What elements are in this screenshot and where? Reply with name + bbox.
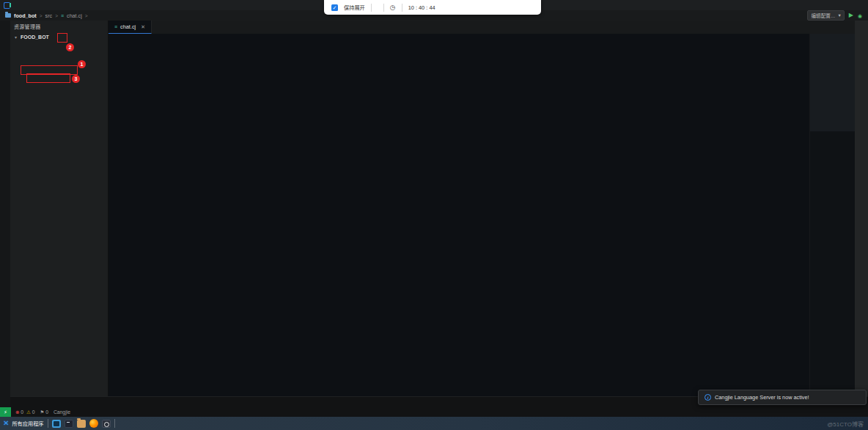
main-area: 资源管理器 ▾ FOOD_BOT 2 1 3 [0,21,868,407]
annotation-step-2: 2 [66,43,74,51]
file-manager-icon[interactable] [77,420,86,428]
annotation-step-1: 1 [78,60,86,68]
recorder-toolbar: ✓ 保持展开 ◷ 10 : 40 : 44 [324,0,541,15]
minimap-slider[interactable] [810,34,855,131]
start-menu-label: 所有应用程序 [12,420,43,427]
screenshot-tool-icon[interactable] [102,420,111,428]
breadcrumb-project[interactable]: food_bot [14,12,37,19]
annotation-box-chat [26,73,70,83]
terminal-app-icon[interactable] [52,420,61,428]
project-folder-icon [5,13,11,18]
run-config-dropdown[interactable]: 编辑配置… ▾ [807,10,844,21]
os-taskbar: ✕ 所有应用程序 @51CTO博客 [0,417,868,430]
run-controls: 编辑配置… ▾ ▶ ◉ [807,10,868,21]
run-config-label: 编辑配置… [811,12,835,19]
flag-icon: ⚑ [40,409,44,415]
divider [371,4,372,12]
activity-bar [0,21,10,407]
sidebar-header: 资源管理器 [10,21,108,32]
divider [48,419,48,428]
cj-file-icon: ≡ [61,13,64,18]
warning-icon: ⚠ [26,409,31,415]
tab-bar: ≡ chat.cj ✕ [108,21,855,34]
project-name: FOOD_BOT [21,34,49,40]
close-tab-icon[interactable]: ✕ [141,24,145,30]
keep-expanded-checkbox[interactable]: ✓ [331,4,338,11]
remote-indicator[interactable]: ⚡ [0,407,11,417]
watermark: @51CTO博客 [827,420,864,428]
debug-button[interactable]: ◉ [858,13,862,18]
chevron-down-icon: ▾ [838,12,840,18]
breadcrumb-file[interactable]: chat.cj [67,12,82,19]
firefox-icon[interactable] [89,419,98,428]
chevron-down-icon: ▾ [13,34,18,40]
editor-group: ≡ chat.cj ✕ [108,21,855,396]
start-menu-button[interactable]: ✕ 所有应用程序 [3,420,44,427]
divider [402,4,402,12]
annotation-step-3: 3 [72,75,80,83]
power-timer-icon[interactable]: ◷ [390,4,396,11]
error-icon: ⊗ [15,409,19,415]
project-section-header[interactable]: ▾ FOOD_BOT [10,32,108,42]
os-logo-icon: ✕ [3,420,9,427]
right-strip [855,21,868,396]
breadcrumb-folder[interactable]: src [45,12,53,19]
breadcrumb-separator: > [40,13,43,18]
notification-text: Cangjie Language Server is now active! [715,394,809,401]
divider [114,419,115,428]
notification-toast[interactable]: i Cangjie Language Server is now active! [698,390,867,405]
breadcrumb-separator: > [55,13,58,18]
code-editor[interactable] [108,34,855,396]
flag-status[interactable]: ⚑ 0 [40,409,48,415]
cangjie-status[interactable]: Cangjie [54,409,70,415]
sidebar-title: 资源管理器 [14,23,41,30]
divider [383,4,384,12]
recording-time: 10 : 40 : 44 [408,4,435,11]
run-button[interactable]: ▶ [849,12,853,18]
tab-label: chat.cj [120,23,136,30]
tab-chat-cj[interactable]: ≡ chat.cj ✕ [108,21,152,34]
breadcrumb-separator: > [85,13,88,18]
app-logo-icon [4,2,10,9]
status-bar: ⚡ ⊗ 0 ⚠ 0 ⚑ 0 Cangjie [0,407,868,417]
problems-status[interactable]: ⊗ 0 ⚠ 0 [15,409,34,415]
info-icon: i [705,394,711,401]
keep-expanded-label: 保持展开 [344,4,365,11]
cj-file-icon: ≡ [114,24,117,29]
explorer-sidebar: 资源管理器 ▾ FOOD_BOT 2 1 3 [10,21,108,396]
console-app-icon[interactable] [65,420,73,428]
annotation-box-src [21,65,78,75]
minimap[interactable] [809,34,855,396]
